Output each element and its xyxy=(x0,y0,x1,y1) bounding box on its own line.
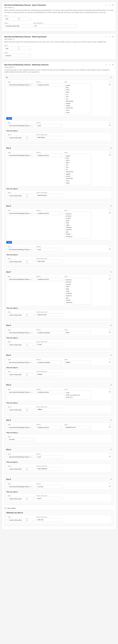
custom-value-input[interactable]: Direct xyxy=(36,497,63,500)
close-icon[interactable]: ✕ xyxy=(109,423,110,425)
custom-value-input[interactable]: Paid Search xyxy=(36,136,63,139)
value-select[interactable]: New Derived Marketing Channe...e⌄ xyxy=(8,426,34,429)
close-icon[interactable]: ✕ xyxy=(109,328,110,330)
add-icon[interactable]: ⊕ xyxy=(109,83,110,86)
and-button[interactable]: And xyxy=(6,241,12,244)
value-select[interactable]: Custom string value⌄ xyxy=(8,136,34,140)
value-select[interactable]: Custom string value⌄ xyxy=(8,467,34,471)
criterion-select[interactable]: Contains any term⌄ xyxy=(36,390,63,394)
close-icon[interactable]: ✕ xyxy=(110,147,112,149)
value-input[interactable]: email xyxy=(64,331,91,334)
close-icon[interactable]: ✕ xyxy=(109,388,110,390)
value-select[interactable]: Custom string value⌄ xyxy=(8,343,34,347)
value-list[interactable]: google. bing. yahoo. baidu. you. msn. ao… xyxy=(64,154,91,185)
close-icon[interactable]: ✕ xyxy=(110,76,112,78)
custom-value-input[interactable]: Natural Social xyxy=(36,313,63,317)
value-select[interactable]: Custom string value⌄ xyxy=(8,313,34,317)
add-condition-button[interactable]: +Add Condition xyxy=(4,506,114,510)
value-select[interactable]: No value⌄ xyxy=(8,438,34,441)
value-select[interactable]: New Derived Marketing Channe...e⌄ xyxy=(8,124,34,128)
add-icon[interactable]: ⊕ xyxy=(109,390,110,393)
close-icon[interactable]: ✕ xyxy=(110,354,112,356)
more-icon[interactable]: ⋯ xyxy=(109,4,110,6)
info-icon[interactable]: i xyxy=(13,38,14,40)
value-select[interactable]: New Derived Marketing Channe...e⌄ xyxy=(8,331,34,334)
criterion-select[interactable]: Contains any term⌄ xyxy=(36,83,63,86)
close-icon[interactable]: ✕ xyxy=(109,358,110,360)
close-icon[interactable]: ✕ xyxy=(109,482,110,484)
value-select[interactable]: Custom string value⌄ xyxy=(8,408,34,412)
close-icon[interactable]: ✕ xyxy=(112,64,114,66)
criterion-select[interactable]: Is set⌄ xyxy=(36,248,63,251)
value-input[interactable]: adobestore.com xyxy=(64,426,91,429)
value-list[interactable]: google. bing. yahoo. baidu. you. msn. ao… xyxy=(64,83,91,115)
value-select[interactable]: Custom string value⌄ xyxy=(8,497,34,501)
criterion-select[interactable]: Is not set⌄ xyxy=(36,485,63,488)
value-select[interactable]: Custom string value⌄ xyxy=(8,518,34,522)
add-icon[interactable]: ⊕ xyxy=(109,124,110,126)
add-icon[interactable]: ⊕ xyxy=(109,212,110,214)
add-icon[interactable]: ⊕ xyxy=(109,426,110,428)
and-button[interactable]: And xyxy=(6,117,12,120)
close-icon[interactable]: ✕ xyxy=(109,209,110,211)
value-input[interactable]: display xyxy=(64,361,91,364)
criterion-select[interactable]: Is set⌄ xyxy=(36,455,63,459)
close-icon[interactable]: ✕ xyxy=(110,271,112,273)
value-select[interactable]: Custom string value⌄ xyxy=(8,373,34,376)
value-select[interactable]: New Derived Marketing Channe...e⌄ xyxy=(8,278,34,281)
add-icon[interactable]: ⊕ xyxy=(109,455,110,458)
custom-value-input[interactable]: Null: Null xyxy=(36,518,63,522)
criterion-select[interactable]: Is set⌄ xyxy=(36,124,63,128)
value-select[interactable]: New Derived Marketing Channe...e⌄ xyxy=(8,212,34,215)
option-select[interactable]: Get host⌄ xyxy=(4,54,31,57)
custom-value-input[interactable]: Natural Search xyxy=(36,194,63,197)
value-select[interactable]: URL⌄ xyxy=(4,46,31,50)
criterion-select[interactable]: Contains any term⌄ xyxy=(36,426,63,429)
criterion-select[interactable]: Contains the phrase⌄ xyxy=(36,361,63,364)
close-icon[interactable]: ✕ xyxy=(109,453,110,454)
close-icon[interactable]: ✕ xyxy=(112,36,114,38)
collapse-icon[interactable]: — xyxy=(105,36,107,38)
close-icon[interactable]: ✕ xyxy=(110,419,112,421)
close-icon[interactable]: ✕ xyxy=(109,245,110,247)
custom-value-input[interactable]: Paid Social xyxy=(36,260,63,263)
value-list[interactable]: inside. inside.corp.adobe.com adobe.com xyxy=(64,390,91,400)
add-icon[interactable]: ⊕ xyxy=(109,278,110,280)
value-list[interactable]: facebook. pinterest. youtube. twitter. t… xyxy=(64,278,91,305)
value-select[interactable]: New Derived Marketing Channe...e⌄ xyxy=(8,485,34,488)
value-list[interactable]: facebook. pinterest. youtube. twitter. t… xyxy=(64,212,91,239)
custom-value-input[interactable]: Display xyxy=(36,373,63,376)
close-icon[interactable]: ✕ xyxy=(110,478,112,480)
close-icon[interactable]: ✕ xyxy=(109,122,110,123)
criterion-select[interactable]: Contains any term⌄ xyxy=(36,154,63,157)
close-icon[interactable]: ✕ xyxy=(110,448,112,451)
query-param-input[interactable]: cid xyxy=(33,24,77,28)
add-icon[interactable]: ⊕ xyxy=(109,248,110,250)
value-select[interactable]: New Derived Marketing Channe...e⌄ xyxy=(8,361,34,364)
close-icon[interactable]: ✕ xyxy=(110,205,112,207)
custom-value-input[interactable]: Affiliate xyxy=(36,408,63,412)
custom-value-input[interactable]: E-mail xyxy=(36,343,63,346)
value-select[interactable]: Custom string value⌄ xyxy=(8,194,34,198)
custom-value-input[interactable]: Other Referrers xyxy=(36,467,63,471)
close-icon[interactable]: ✕ xyxy=(109,80,110,82)
more-icon[interactable]: ⋯ xyxy=(109,36,110,38)
info-icon[interactable]: i xyxy=(13,7,14,8)
value-select[interactable]: New Derived Marketing Channe...e⌄ xyxy=(8,455,34,459)
info-icon[interactable]: i xyxy=(14,66,15,68)
close-icon[interactable]: ✕ xyxy=(110,324,112,326)
value-select[interactable]: URL⌄ xyxy=(4,17,31,21)
option-select[interactable]: Get query string value⌄ xyxy=(4,24,31,28)
close-icon[interactable]: ✕ xyxy=(110,384,112,386)
value-select[interactable]: Custom string value⌄ xyxy=(8,260,34,264)
close-icon[interactable]: ✕ xyxy=(109,275,110,277)
add-icon[interactable]: ⊕ xyxy=(109,154,110,156)
more-icon[interactable]: ⋯ xyxy=(109,64,110,66)
criterion-select[interactable]: Contains any term⌄ xyxy=(36,212,63,215)
value-select[interactable]: New Derived Marketing Channe...e⌄ xyxy=(8,390,34,394)
value-select[interactable]: New Derived Marketing Channe...e⌄ xyxy=(8,83,34,86)
close-icon[interactable]: ✕ xyxy=(109,151,110,153)
criterion-select[interactable]: Contains the phrase⌄ xyxy=(36,331,63,334)
add-icon[interactable]: ⊕ xyxy=(109,485,110,487)
close-icon[interactable]: ✕ xyxy=(112,4,114,6)
